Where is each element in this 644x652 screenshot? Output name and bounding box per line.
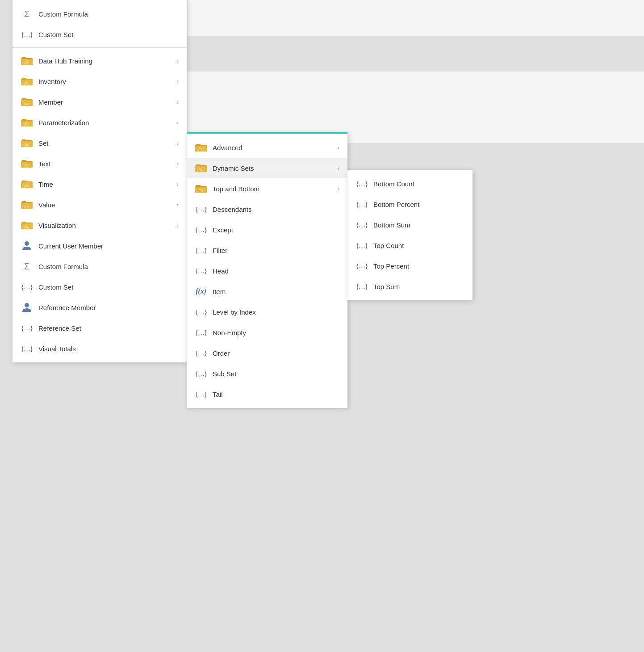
menu-item-top-percent[interactable]: {…} Top Percent — [347, 256, 473, 276]
menu-item-custom-formula-top[interactable]: Σ Custom Formula — [13, 4, 187, 24]
svg-rect-7 — [22, 78, 26, 80]
menu-item-inventory[interactable]: f(x) Inventory › — [13, 71, 187, 92]
curly-icon-descendants: {…} — [195, 203, 207, 215]
arrow-advanced: › — [338, 144, 339, 151]
folder-icon-data-hub-training: f(x) — [21, 55, 33, 67]
menu-label-visual-totals: Visual Totals — [38, 345, 179, 353]
menu-item-non-empty[interactable]: {…} Non-Empty — [187, 322, 347, 343]
menu-label-custom-set-bottom: Custom Set — [38, 283, 179, 291]
menu-item-filter[interactable]: {…} Filter — [187, 240, 347, 261]
menu-item-top-count[interactable]: {…} Top Count — [347, 235, 473, 256]
curly-icon-filter: {…} — [195, 244, 207, 257]
menu-label-order: Order — [213, 349, 339, 357]
menu-item-advanced[interactable]: f(x) Advanced › — [187, 137, 347, 158]
svg-text:f(x): f(x) — [24, 81, 29, 85]
curly-icon-head: {…} — [195, 265, 207, 277]
arrow-text: › — [177, 160, 179, 167]
svg-text:f(x): f(x) — [24, 122, 29, 126]
menu-item-visualization[interactable]: f(x) Visualization › — [13, 215, 187, 236]
menu-label-text: Text — [38, 160, 173, 168]
menu-item-order[interactable]: {…} Order — [187, 343, 347, 363]
curly-icon-bottom-count: {…} — [355, 177, 368, 190]
menu-item-value[interactable]: f(x) Value › — [13, 194, 187, 215]
menu-item-reference-member[interactable]: Reference Member — [13, 297, 187, 318]
menu-item-text[interactable]: f(x) Text › — [13, 153, 187, 174]
menu-label-reference-member: Reference Member — [38, 304, 179, 311]
menu-item-bottom-percent[interactable]: {…} Bottom Percent — [347, 194, 473, 215]
arrow-value: › — [177, 202, 179, 208]
curly-icon-level-by-index: {…} — [195, 306, 207, 318]
menu-item-time[interactable]: f(x) Time › — [13, 174, 187, 194]
menu-label-bottom-sum: Bottom Sum — [373, 221, 464, 229]
folder-icon-member: f(x) — [21, 96, 33, 108]
menu-item-tail[interactable]: {…} Tail — [187, 384, 347, 404]
svg-text:f(x): f(x) — [24, 204, 29, 208]
svg-rect-31 — [22, 201, 26, 203]
teal-border — [187, 132, 347, 134]
arrow-set: › — [177, 140, 179, 147]
svg-text:f(x): f(x) — [198, 147, 203, 151]
menu-label-advanced: Advanced — [213, 144, 334, 151]
svg-point-37 — [25, 241, 29, 246]
menu-label-custom-formula-top: Custom Formula — [38, 10, 179, 18]
menu-item-top-and-bottom[interactable]: f(x) Top and Bottom › — [187, 178, 347, 199]
menu-item-custom-set-bottom[interactable]: {…} Custom Set — [13, 277, 187, 297]
folder-icon-time: f(x) — [21, 178, 33, 190]
folder-icon-inventory: f(x) — [21, 75, 33, 88]
menu-item-top-sum[interactable]: {…} Top Sum — [347, 276, 473, 297]
menu-label-time: Time — [38, 181, 173, 188]
menu-item-bottom-sum[interactable]: {…} Bottom Sum — [347, 215, 473, 235]
svg-text:f(x): f(x) — [24, 163, 29, 167]
menu-item-except[interactable]: {…} Except — [187, 219, 347, 240]
menu-label-member: Member — [38, 98, 173, 106]
menu-label-bottom-count: Bottom Count — [373, 180, 464, 188]
menu-item-current-user-member[interactable]: Current User Member — [13, 236, 187, 256]
folder-icon-advanced: f(x) — [195, 141, 207, 154]
menu-label-item: Item — [213, 288, 339, 295]
divider-1 — [13, 47, 187, 48]
curly-icon-sub-set: {…} — [195, 367, 207, 380]
menu-item-level-by-index[interactable]: {…} Level by Index — [187, 302, 347, 322]
menu-item-set[interactable]: f(x) Set › — [13, 133, 187, 153]
svg-text:f(x): f(x) — [198, 168, 203, 172]
bg-row-2 — [188, 72, 644, 107]
svg-rect-3 — [22, 57, 26, 59]
menu-label-descendants: Descendants — [213, 206, 339, 213]
menu-item-bottom-count[interactable]: {…} Bottom Count — [347, 173, 473, 194]
menu-label-set: Set — [38, 139, 173, 147]
menu-level1: Σ Custom Formula {…} Custom Set f(x) Dat… — [13, 0, 187, 362]
curly-icon-reference-set: {…} — [21, 322, 33, 334]
arrow-visualization: › — [177, 222, 179, 229]
curly-icon-top-count: {…} — [355, 239, 368, 252]
menu-item-dynamic-sets[interactable]: f(x) Dynamic Sets › — [187, 158, 347, 178]
sigma-icon-bottom: Σ — [21, 260, 33, 273]
svg-rect-45 — [196, 164, 201, 166]
menu-label-current-user-member: Current User Member — [38, 242, 179, 250]
menu-label-top-percent: Top Percent — [373, 262, 464, 270]
folder-icon-text: f(x) — [21, 157, 33, 170]
menu-label-dynamic-sets: Dynamic Sets — [213, 164, 334, 172]
menu-item-item[interactable]: f(x) Item — [187, 281, 347, 302]
folder-icon-value: f(x) — [21, 198, 33, 211]
curly-icon-order: {…} — [195, 347, 207, 359]
menu-item-head[interactable]: {…} Head — [187, 261, 347, 281]
menu-item-custom-set-top[interactable]: {…} Custom Set — [13, 24, 187, 45]
svg-point-38 — [25, 303, 29, 307]
arrow-member: › — [177, 99, 179, 105]
curly-icon-non-empty: {…} — [195, 326, 207, 339]
svg-rect-15 — [22, 119, 26, 121]
svg-rect-27 — [22, 181, 26, 182]
menu-item-data-hub-training[interactable]: f(x) Data Hub Training › — [13, 50, 187, 71]
fx-icon-item: f(x) — [195, 285, 207, 298]
person-icon-reference-member — [21, 301, 33, 314]
menu-label-custom-formula-bottom: Custom Formula — [38, 263, 179, 270]
menu-item-parameterization[interactable]: f(x) Parameterization › — [13, 112, 187, 133]
menu-item-reference-set[interactable]: {…} Reference Set — [13, 318, 187, 338]
menu-item-visual-totals[interactable]: {…} Visual Totals — [13, 338, 187, 359]
menu-label-custom-set-top: Custom Set — [38, 31, 179, 38]
menu-item-custom-formula-bottom[interactable]: Σ Custom Formula — [13, 256, 187, 277]
menu-label-parameterization: Parameterization — [38, 119, 173, 126]
menu-item-member[interactable]: f(x) Member › — [13, 92, 187, 112]
menu-item-descendants[interactable]: {…} Descendants — [187, 199, 347, 219]
menu-item-sub-set[interactable]: {…} Sub Set — [187, 363, 347, 384]
